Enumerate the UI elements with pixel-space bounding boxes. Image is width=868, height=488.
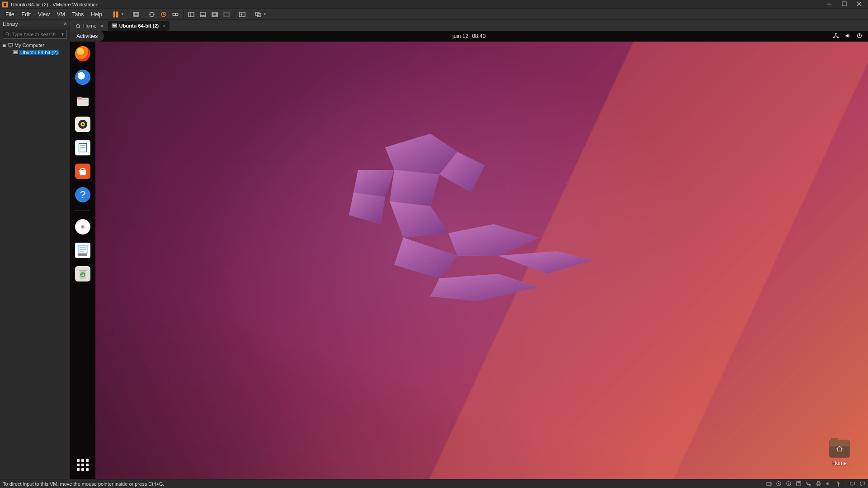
svg-point-72	[786, 482, 790, 486]
svg-rect-26	[8, 43, 13, 46]
dock-text-editor[interactable]	[75, 243, 90, 258]
power-dropdown[interactable]: ▼	[121, 12, 124, 16]
tray-harddisk-icon[interactable]	[765, 481, 772, 487]
gnome-clock[interactable]: juin 12 08:40	[453, 33, 486, 39]
activities-button[interactable]: Activities	[70, 31, 104, 42]
fullscreen-button[interactable]	[237, 9, 247, 19]
tab-home-close[interactable]: ×	[100, 23, 103, 28]
svg-rect-64	[78, 253, 87, 256]
menu-file[interactable]: File	[2, 10, 18, 19]
svg-point-69	[770, 483, 770, 484]
menu-view[interactable]: View	[34, 10, 53, 19]
show-thumbnail-button[interactable]	[198, 9, 208, 19]
statusbar: To direct input to this VM, move the mou…	[0, 479, 868, 488]
gnome-system-menu[interactable]	[833, 33, 868, 40]
dock-disc[interactable]	[75, 219, 90, 235]
svg-point-24	[6, 33, 9, 35]
tree-collapse-icon[interactable]: ▣	[2, 43, 6, 47]
send-ctrl-alt-del-button[interactable]	[131, 9, 141, 19]
window-title: Ubuntu 64-bit (2) - VMware Workstation	[11, 2, 99, 7]
svg-marker-41	[430, 274, 539, 301]
svg-rect-1	[4, 3, 6, 6]
tray-message-icon[interactable]	[859, 481, 865, 487]
dock-show-applications[interactable]	[77, 459, 89, 471]
tab-vm-close[interactable]: ×	[163, 23, 165, 28]
tray-display-icon[interactable]	[849, 481, 855, 487]
show-library-button[interactable]	[186, 9, 196, 19]
svg-point-81	[838, 485, 839, 486]
tab-home[interactable]: Home ×	[72, 21, 107, 31]
vm-display[interactable]: Home Activities juin 12 08:40	[70, 31, 868, 479]
tray-sound-icon[interactable]	[825, 481, 831, 487]
tabstrip: Home × Ubuntu 64-bit (2) ×	[70, 20, 868, 31]
menu-help[interactable]: Help	[87, 10, 106, 19]
library-search-input[interactable]: Type here to search ▼	[3, 30, 67, 39]
tray-network-icon[interactable]	[805, 481, 811, 487]
snapshot-take-button[interactable]	[147, 9, 157, 19]
snapshot-manager-button[interactable]	[170, 9, 180, 19]
svg-marker-39	[498, 251, 593, 274]
svg-rect-79	[817, 482, 819, 483]
home-icon	[75, 23, 81, 28]
library-title: Library	[3, 21, 18, 27]
desktop-home-label: Home	[826, 460, 853, 466]
maximize-button[interactable]	[842, 1, 847, 7]
tree-node-vm-label: Ubuntu 64-bit (2)	[19, 50, 59, 55]
menu-tabs[interactable]: Tabs	[69, 10, 87, 19]
svg-point-43	[833, 37, 834, 38]
svg-point-44	[837, 37, 838, 38]
svg-point-12	[173, 13, 175, 16]
svg-rect-48	[77, 97, 82, 99]
svg-rect-21	[240, 12, 245, 17]
svg-point-42	[835, 33, 836, 34]
tree-node-my-computer[interactable]: ▣ My Computer	[2, 42, 68, 49]
svg-rect-29	[14, 52, 17, 53]
search-dropdown-icon[interactable]: ▼	[61, 32, 65, 37]
dock-libreoffice-writer[interactable]	[75, 140, 90, 155]
tray-sep	[845, 481, 845, 487]
dock-trash[interactable]	[75, 266, 90, 282]
library-close-button[interactable]: ×	[64, 21, 67, 27]
svg-rect-7	[116, 12, 118, 17]
search-icon	[5, 32, 10, 38]
tab-vm-label: Ubuntu 64-bit (2)	[119, 23, 159, 28]
svg-text:?: ?	[80, 189, 85, 200]
dock-ubuntu-software[interactable]	[75, 164, 90, 179]
suspend-button[interactable]	[111, 9, 121, 19]
close-button[interactable]	[857, 1, 862, 7]
dock-thunderbird[interactable]	[75, 70, 90, 85]
unity-mode-button[interactable]	[253, 9, 263, 19]
gnome-time: 08:40	[472, 33, 486, 39]
svg-rect-75	[797, 482, 799, 483]
show-console-button[interactable]	[210, 9, 220, 19]
snapshot-revert-button[interactable]	[159, 9, 169, 19]
folder-icon	[830, 440, 849, 457]
dock-firefox[interactable]	[75, 46, 90, 61]
svg-marker-33	[354, 170, 394, 197]
svg-marker-40	[394, 238, 458, 278]
dock-help[interactable]: ?	[75, 187, 90, 202]
library-panel: Library × Type here to search ▼ ▣ My Com…	[0, 20, 70, 479]
svg-rect-49	[78, 99, 87, 100]
minimize-button[interactable]	[827, 1, 832, 7]
menu-vm[interactable]: VM	[53, 10, 69, 19]
dock-files[interactable]	[75, 93, 90, 108]
tab-home-label: Home	[83, 23, 96, 28]
desktop-home-folder[interactable]: Home	[826, 440, 853, 466]
tray-floppy-icon[interactable]	[795, 481, 802, 487]
tray-printer-icon[interactable]	[815, 481, 821, 487]
tray-usb-icon[interactable]	[835, 481, 841, 487]
tray-cd-icon[interactable]	[775, 481, 782, 487]
stretch-guest-button[interactable]	[222, 9, 231, 19]
svg-rect-82	[850, 482, 854, 485]
gnome-date: juin 12	[453, 33, 468, 39]
svg-marker-36	[349, 192, 385, 224]
tree-node-vm[interactable]: Ubuntu 64-bit (2)	[2, 49, 68, 56]
menu-edit[interactable]: Edit	[18, 10, 34, 19]
tray-settings-icon[interactable]	[785, 481, 792, 487]
tab-vm[interactable]: Ubuntu 64-bit (2) ×	[108, 21, 170, 31]
unity-dropdown[interactable]: ▼	[263, 12, 267, 16]
svg-marker-35	[390, 170, 439, 206]
dock-rhythmbox[interactable]	[75, 117, 90, 132]
svg-point-71	[778, 483, 779, 484]
